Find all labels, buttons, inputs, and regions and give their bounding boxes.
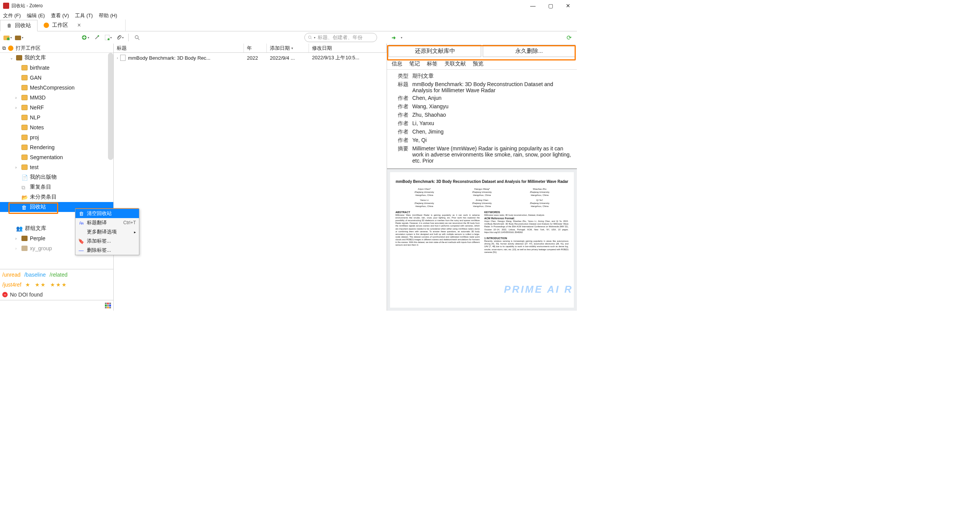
col-year[interactable]: 年 — [244, 44, 267, 52]
menu-help[interactable]: 帮助 (H) — [99, 12, 117, 19]
field-abstract[interactable]: Millimeter Ware (mmWave) Radar is gainin… — [412, 145, 573, 164]
tree-folder[interactable]: GAN — [0, 73, 113, 83]
tab-tags[interactable]: 标签 — [427, 60, 438, 67]
folder-icon — [21, 65, 28, 70]
tag[interactable]: /unread — [2, 272, 20, 278]
field-type[interactable]: 期刊文章 — [412, 73, 573, 80]
field-author[interactable]: Li, Yanxu — [412, 120, 573, 127]
sync-locate-button[interactable]: ➜ — [389, 33, 399, 42]
star-rating-2[interactable]: ★★ — [35, 282, 46, 288]
tree-my-library[interactable]: ⌄我的文库 — [0, 53, 113, 63]
menu-tools[interactable]: 工具 (T) — [75, 12, 93, 19]
folder-icon — [21, 135, 28, 140]
zotero-icon — [44, 23, 49, 28]
menu-edit[interactable]: 编辑 (E) — [27, 12, 45, 19]
tag[interactable]: /just4ref — [2, 282, 21, 288]
tree-folder[interactable]: proj — [0, 132, 113, 142]
tab-workspace-label: 工作区 — [52, 22, 68, 29]
tree-folder[interactable]: NLP — [0, 112, 113, 122]
bookmark-icon: 🔖 — [78, 238, 84, 244]
items-header: 标题 年 添加日期 ▾ 修改日期 — [114, 44, 387, 53]
tree-folder[interactable]: Rendering — [0, 142, 113, 152]
field-title[interactable]: mmBody Benchmark: 3D Body Reconstruction… — [412, 81, 573, 93]
field-author[interactable]: Ye, Qi — [412, 137, 573, 144]
tag-filter-input[interactable] — [2, 303, 105, 308]
star-rating-3[interactable]: ★★★ — [50, 282, 67, 288]
window-title: 回收站 - Zotero — [11, 3, 42, 9]
svg-point-7 — [135, 36, 138, 39]
col-title[interactable]: 标题 — [114, 44, 244, 52]
tab-related[interactable]: 关联文献 — [444, 60, 466, 67]
svg-rect-2 — [15, 36, 21, 40]
field-author[interactable]: Chen, Anjun — [412, 95, 573, 102]
field-author[interactable]: Wang, Xiangyu — [412, 103, 573, 110]
trash-x-icon: 🗑 — [78, 211, 84, 216]
search-input[interactable]: ▾ 标题、创建者、年份 — [304, 33, 377, 42]
app-icon — [3, 3, 9, 9]
tree-folder[interactable]: MeshCompression — [0, 83, 113, 93]
tab-workspace[interactable]: 工作区 × — [38, 20, 126, 31]
tab-trash-label: 回收站 — [15, 22, 31, 29]
tree-folder[interactable]: ›test — [0, 162, 113, 172]
sync-button[interactable]: ⟳ — [565, 33, 574, 42]
col-added[interactable]: 添加日期 ▾ — [267, 44, 309, 52]
tree-folder[interactable]: ›NeRF — [0, 103, 113, 112]
chevron-right-icon: ▸ — [134, 230, 136, 234]
item-row[interactable]: ›mmBody Benchmark: 3D Body Rec... 2022 2… — [114, 53, 387, 63]
tab-notes[interactable]: 笔记 — [409, 60, 420, 67]
unfiled-icon: 📂 — [21, 194, 28, 200]
tag-color-grid-button[interactable] — [105, 303, 111, 309]
paper-title: mmBody Benchmark: 3D Body Reconstruction… — [395, 179, 568, 184]
close-window-button[interactable]: ✕ — [559, 0, 577, 11]
tree-duplicates[interactable]: ⧉重复条目 — [0, 182, 113, 192]
new-collection-button[interactable] — [3, 33, 12, 42]
pdf-preview[interactable]: mmBody Benchmark: 3D Body Reconstruction… — [387, 168, 577, 311]
tree-my-publications[interactable]: 📄我的出版物 — [0, 172, 113, 182]
tab-trash[interactable]: 回收站 — [0, 20, 38, 31]
ctx-empty-trash[interactable]: 🗑清空回收站 — [75, 209, 139, 218]
menu-file[interactable]: 文件 (F) — [3, 12, 21, 19]
toolbar: ▾ 标题、创建者、年份 ➜ ▾ ⟳ — [0, 31, 577, 44]
search-placeholder: 标题、创建者、年份 — [318, 34, 363, 41]
tab-info[interactable]: 信息 — [392, 60, 402, 67]
ctx-remove-tag[interactable]: —删除标签... — [75, 246, 139, 255]
field-author[interactable]: Zhu, Shaohao — [412, 112, 573, 119]
attach-button[interactable] — [115, 33, 124, 42]
delete-permanently-button[interactable]: 永久删除... — [483, 45, 575, 57]
field-author[interactable]: Chen, Jiming — [412, 129, 573, 135]
folder-icon — [21, 95, 28, 100]
note-button[interactable] — [104, 33, 113, 42]
wand-button[interactable] — [92, 33, 101, 42]
folder-icon — [21, 85, 28, 90]
tag[interactable]: /baseline — [24, 272, 46, 278]
new-library-button[interactable] — [15, 33, 24, 42]
tree-folder[interactable]: ›MM3D — [0, 93, 113, 103]
left-header[interactable]: ⧉ 打开工作区 — [0, 44, 113, 53]
minimize-button[interactable]: — — [524, 0, 542, 11]
tag[interactable]: /related — [50, 272, 68, 278]
ctx-more-translate[interactable]: 更多翻译选项▸ — [75, 227, 139, 236]
scrollbar[interactable] — [108, 53, 113, 160]
maximize-button[interactable]: ▢ — [542, 0, 559, 11]
watermark: PRIME AI R — [504, 284, 573, 295]
restore-button[interactable]: 还原到文献库中 — [389, 45, 481, 57]
search-button[interactable] — [132, 33, 142, 42]
group-icon: 👥 — [16, 225, 23, 231]
ctx-add-tag[interactable]: 🔖添加标签... — [75, 236, 139, 246]
svg-point-8 — [308, 36, 311, 39]
tree-unfiled[interactable]: 📂未分类条目 — [0, 192, 113, 202]
tree-folder[interactable]: Segmentation — [0, 152, 113, 162]
tag-no-doi[interactable]: –No DOI found — [2, 292, 43, 298]
tag-filter — [0, 300, 113, 311]
star-rating-1[interactable]: ★ — [25, 282, 31, 288]
menu-view[interactable]: 查看 (V) — [51, 12, 69, 19]
tab-preview[interactable]: 预览 — [473, 60, 483, 67]
duplicate-icon: ⧉ — [21, 184, 28, 190]
tree-folder[interactable]: Notes — [0, 122, 113, 132]
trash-icon — [7, 23, 12, 29]
new-item-button[interactable] — [81, 33, 90, 42]
tree-folder[interactable]: birthrate — [0, 63, 113, 73]
col-modified[interactable]: 修改日期 — [309, 44, 387, 52]
ctx-translate-title[interactable]: 🗛标题翻译Ctrl+T — [75, 218, 139, 227]
close-tab-button[interactable]: × — [77, 22, 81, 29]
